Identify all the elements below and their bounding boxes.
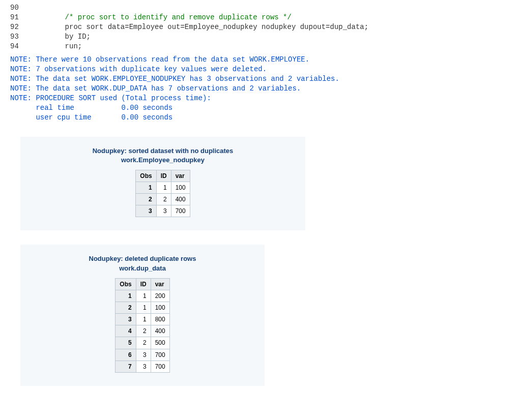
note-line: NOTE: PROCEDURE SORT used (Total process…	[10, 94, 511, 103]
panel-title: Nodupkey: sorted dataset with no duplica…	[33, 146, 293, 156]
sas-log-notes: NOTE: There were 10 observations read fr…	[10, 55, 511, 122]
code-text: proc sort data=Employee out=Employee_nod…	[26, 23, 368, 31]
table-row: 11200	[115, 290, 169, 302]
table-header: var	[151, 278, 169, 290]
table-cell: 1	[136, 290, 151, 302]
note-line: NOTE: The data set WORK.EMPLOYEE_NODUPKE…	[10, 74, 511, 84]
note-line: user cpu time 0.00 seconds	[10, 113, 511, 123]
table-row: 52500	[115, 337, 169, 349]
code-line: 91 /* proc sort to identify and remove d…	[10, 13, 511, 22]
note-line: NOTE: 7 observations with duplicate key …	[10, 65, 511, 74]
table-cell: 100	[171, 182, 190, 193]
table-cell: 3	[156, 205, 171, 217]
table-header: ID	[136, 278, 151, 290]
table-cell: 1	[156, 182, 171, 193]
table-header: var	[171, 170, 190, 182]
output-panel-dupdata: Nodupkey: deleted duplicate rows work.du…	[20, 245, 265, 386]
note-line: real time 0.00 seconds	[10, 103, 511, 113]
code-text: run;	[26, 42, 82, 50]
table-cell: 2	[156, 194, 171, 205]
table-row: 33700	[136, 205, 190, 217]
line-number: 91	[10, 13, 26, 22]
table-cell: 100	[151, 302, 169, 313]
code-line: 92 proc sort data=Employee out=Employee_…	[10, 22, 511, 32]
table-cell: 400	[171, 194, 190, 205]
table-cell: 1	[136, 314, 151, 325]
table-cell: 1	[136, 182, 156, 193]
table-cell: 500	[151, 337, 169, 349]
line-number: 92	[10, 22, 26, 32]
table-cell: 200	[151, 290, 169, 302]
result-table-dupdata: ObsIDvar11200211003180042400525006370073…	[115, 278, 169, 373]
result-table-nodupkey: ObsIDvar111002240033700	[135, 170, 190, 218]
code-text: /* proc sort to identify and remove dupl…	[26, 13, 292, 21]
table-cell: 3	[136, 205, 156, 217]
panel-subtitle: work.Employee_nodupkey	[33, 156, 293, 165]
code-line: 93 by ID;	[10, 32, 511, 42]
table-header: Obs	[115, 278, 136, 290]
table-row: 42400	[115, 325, 169, 337]
table-row: 22400	[136, 194, 190, 205]
line-number: 90	[10, 3, 26, 13]
table-cell: 3	[136, 349, 151, 361]
table-cell: 7	[115, 361, 136, 372]
table-cell: 700	[171, 205, 190, 217]
table-row: 63700	[115, 349, 169, 361]
panel-title: Nodupkey: deleted duplicate rows	[33, 254, 252, 264]
table-cell: 1	[136, 302, 151, 313]
table-cell: 700	[151, 349, 169, 361]
line-number: 94	[10, 42, 26, 51]
panel-subtitle: work.dup_data	[33, 264, 252, 273]
table-cell: 3	[136, 361, 151, 372]
note-line: NOTE: The data set WORK.DUP_DATA has 7 o…	[10, 84, 511, 94]
code-text: by ID;	[26, 33, 91, 41]
table-cell: 3	[115, 314, 136, 325]
table-cell: 700	[151, 361, 169, 372]
table-row: 11100	[136, 182, 190, 193]
table-cell: 400	[151, 325, 169, 337]
table-cell: 2	[136, 194, 156, 205]
table-cell: 2	[115, 302, 136, 313]
sas-log-code: 9091 /* proc sort to identify and remove…	[10, 3, 511, 51]
table-cell: 2	[136, 325, 151, 337]
table-cell: 800	[151, 314, 169, 325]
output-panel-nodupkey: Nodupkey: sorted dataset with no duplica…	[20, 137, 305, 231]
table-row: 21100	[115, 302, 169, 313]
table-row: 73700	[115, 361, 169, 372]
table-cell: 1	[115, 290, 136, 302]
table-cell: 5	[115, 337, 136, 349]
table-header: ID	[156, 170, 171, 182]
note-line: NOTE: There were 10 observations read fr…	[10, 55, 511, 65]
table-header: Obs	[136, 170, 156, 182]
line-number: 93	[10, 32, 26, 42]
table-cell: 4	[115, 325, 136, 337]
table-cell: 6	[115, 349, 136, 361]
code-line: 94 run;	[10, 42, 511, 51]
code-line: 90	[10, 3, 511, 13]
table-row: 31800	[115, 314, 169, 325]
table-cell: 2	[136, 337, 151, 349]
